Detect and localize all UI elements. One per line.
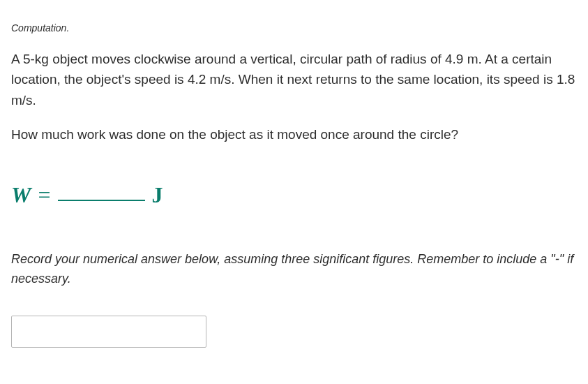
equation-variable: W bbox=[11, 182, 31, 208]
question-prompt: How much work was done on the object as … bbox=[11, 124, 577, 145]
answer-input[interactable] bbox=[11, 316, 206, 348]
equation-display: W = J bbox=[11, 180, 577, 208]
computation-label: Computation. bbox=[11, 22, 577, 34]
equation-unit: J bbox=[152, 182, 163, 208]
answer-instructions: Record your numerical answer below, assu… bbox=[11, 250, 577, 289]
equation-equals: = bbox=[38, 182, 50, 208]
problem-statement: A 5-kg object moves clockwise around a v… bbox=[11, 49, 577, 110]
equation-blank bbox=[58, 179, 145, 201]
